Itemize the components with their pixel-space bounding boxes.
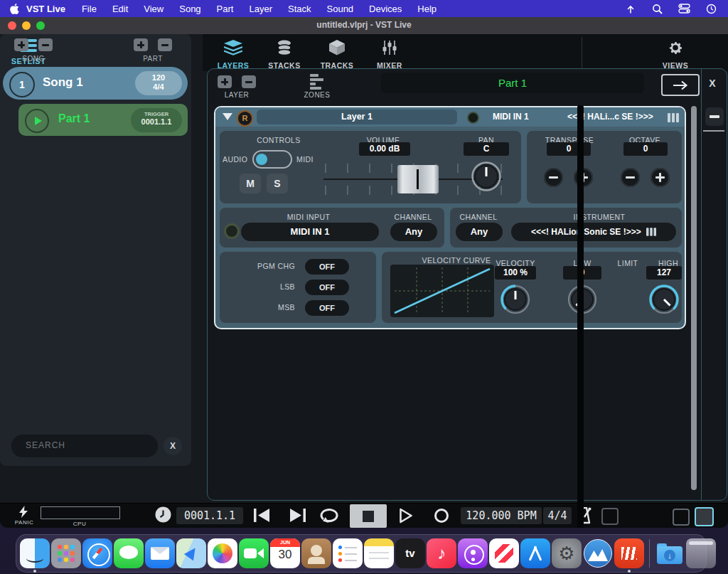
dock-media-app-icon[interactable] (614, 538, 644, 568)
window-splitter[interactable] (577, 105, 584, 528)
remove-layer-button[interactable] (242, 75, 256, 88)
menu-file[interactable]: File (82, 4, 97, 14)
tab-layers[interactable]: LAYERS (210, 40, 257, 70)
search-icon[interactable] (652, 4, 663, 14)
dock-safari-icon[interactable] (82, 538, 112, 568)
lsb-value[interactable]: OFF (305, 280, 349, 295)
dock-notes-icon[interactable] (364, 538, 394, 568)
go-to-end-button[interactable] (289, 508, 306, 526)
clock-icon[interactable] (706, 4, 717, 14)
search-clear-button[interactable]: X (164, 437, 182, 455)
volume-value[interactable]: 0.00 dB (359, 142, 410, 156)
audio-midi-toggle[interactable] (252, 150, 292, 169)
dock-messages-icon[interactable] (114, 538, 144, 568)
menu-edit[interactable]: Edit (112, 4, 128, 14)
part-trigger-badge[interactable]: TRIGGER 0001.1.1 (131, 108, 182, 132)
add-song-button[interactable] (14, 38, 28, 51)
dock-finder-icon[interactable] (20, 538, 50, 568)
tab-stacks[interactable]: STACKS (261, 40, 308, 70)
time-signature-display[interactable]: 4/4 (543, 507, 572, 524)
layer-name[interactable]: Layer 1 (257, 110, 457, 124)
menu-app-name[interactable]: VST Live (26, 4, 65, 14)
tab-tracks[interactable]: TRACKS (314, 40, 360, 70)
close-editor-button[interactable]: X (705, 78, 719, 89)
msb-value[interactable]: OFF (305, 300, 349, 316)
control-center-icon[interactable] (678, 4, 690, 14)
time-format-clock-icon[interactable] (155, 506, 171, 526)
layer-midi-in-label[interactable]: MIDI IN 1 (493, 112, 529, 122)
transpose-value[interactable]: 0 (547, 142, 591, 156)
volume-fader-handle[interactable] (397, 165, 439, 193)
high-value[interactable]: 127 (646, 266, 682, 280)
remove-part-button[interactable] (158, 38, 172, 51)
menu-sound[interactable]: Sound (327, 4, 354, 14)
stop-button[interactable] (350, 504, 387, 528)
transpose-decrement-button[interactable] (544, 168, 563, 187)
tempo-display[interactable]: 120.000 BPM (461, 507, 542, 524)
mute-button[interactable]: M (240, 174, 261, 193)
panic-button[interactable] (18, 506, 28, 521)
velocity-curve-graph[interactable] (390, 265, 494, 317)
vertical-scrollbar-thumb[interactable] (691, 106, 697, 490)
dock-trash-icon[interactable] (686, 538, 716, 568)
dock-mail-icon[interactable] (145, 538, 175, 568)
zones-icon[interactable] (310, 74, 323, 90)
pan-knob[interactable] (471, 161, 502, 195)
dock-news-icon[interactable] (489, 538, 519, 568)
go-to-start-button[interactable] (253, 508, 271, 526)
octave-value[interactable]: 0 (623, 142, 668, 156)
next-part-arrow-button[interactable] (661, 74, 700, 96)
octave-increment-button[interactable] (651, 168, 670, 187)
velocity-knob[interactable] (500, 284, 531, 318)
midi-input-value[interactable]: MIDI IN 1 (241, 223, 379, 241)
menu-help[interactable]: Help (417, 4, 437, 14)
tab-mixer[interactable]: MIXER (366, 40, 413, 70)
menu-view[interactable]: View (144, 4, 164, 14)
channel-in-value[interactable]: Any (390, 223, 437, 241)
dock-calendar-icon[interactable]: JUN 30 (270, 538, 300, 568)
menu-devices[interactable]: Devices (369, 4, 402, 14)
menu-stack[interactable]: Stack (288, 4, 311, 14)
dock-system-settings-icon[interactable] (552, 538, 582, 568)
song-tempo-badge[interactable]: 120 4/4 (135, 71, 182, 95)
dock-apple-tv-icon[interactable]: tv (395, 538, 425, 568)
record-arm-badge[interactable]: R (237, 110, 253, 127)
dock-vst-live-icon[interactable] (583, 538, 613, 568)
dock-podcasts-icon[interactable] (458, 538, 488, 568)
search-input[interactable] (24, 440, 141, 451)
add-layer-button[interactable] (218, 75, 232, 88)
dock-downloads-icon[interactable]: ↓ (655, 538, 685, 568)
part-item[interactable]: Part 1 TRIGGER 0001.1.1 (18, 104, 188, 136)
cycle-button[interactable] (320, 508, 340, 526)
velocity-value[interactable]: 100 % (495, 266, 536, 280)
search-field[interactable] (11, 435, 158, 457)
part-name-field[interactable]: Part 1 (381, 73, 644, 93)
dock-photos-icon[interactable] (208, 538, 237, 568)
play-button[interactable] (399, 508, 413, 526)
menu-song[interactable]: Song (179, 4, 200, 14)
apple-menu-icon[interactable] (10, 4, 19, 14)
pan-value[interactable]: C (464, 142, 509, 156)
dock-app-store-icon[interactable] (520, 538, 550, 568)
remove-song-button[interactable] (38, 38, 53, 51)
dock-facetime-icon[interactable] (239, 538, 269, 568)
dock-launchpad-icon[interactable] (51, 538, 81, 568)
high-knob[interactable] (648, 284, 680, 318)
solo-button[interactable]: S (267, 174, 288, 193)
metronome-checkbox[interactable] (601, 508, 619, 525)
dock-reminders-icon[interactable] (333, 538, 363, 568)
remove-panel-button[interactable] (705, 107, 724, 126)
collapse-layer-icon[interactable] (223, 113, 232, 120)
pgm-chg-value[interactable]: OFF (305, 259, 349, 275)
octave-decrement-button[interactable] (621, 168, 640, 187)
channel-out-value[interactable]: Any (456, 223, 503, 241)
transport-time-display[interactable]: 0001.1.1 (176, 507, 243, 524)
song-item[interactable]: 1 Song 1 120 4/4 (3, 67, 188, 100)
menu-part[interactable]: Part (217, 4, 234, 14)
menu-layer[interactable]: Layer (249, 4, 272, 14)
tab-views[interactable]: VIEWS (652, 40, 699, 70)
dock-music-icon[interactable] (427, 538, 456, 568)
upload-status-icon[interactable] (625, 4, 636, 14)
add-part-button[interactable] (134, 38, 148, 51)
record-button[interactable] (434, 508, 449, 526)
